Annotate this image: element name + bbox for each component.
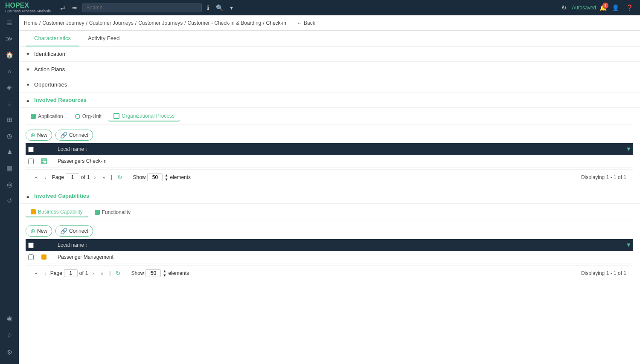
nav-question-icon[interactable]: ❓: [624, 3, 635, 12]
autosaved-button[interactable]: Autosaved: [572, 5, 596, 11]
section-involved-resources-label: Involved Resources: [34, 97, 87, 103]
notification-badge: 8: [602, 3, 608, 9]
capability-row-name[interactable]: Passenger Management: [53, 251, 633, 263]
breadcrumb-customer-journey[interactable]: Customer Journey: [42, 20, 84, 26]
section-identification-header[interactable]: ▼ Identification: [19, 46, 640, 62]
section-opportunities-header[interactable]: ▼ Opportunities: [19, 77, 640, 92]
resource-tab-application[interactable]: Application: [26, 111, 68, 121]
tab-characteristics[interactable]: Characteristics: [26, 31, 79, 46]
chevron-down-icon-3: ▼: [26, 82, 32, 87]
logo-area: HOPEX Business Process Analysis: [5, 2, 51, 14]
refresh-button[interactable]: ↻: [116, 174, 124, 181]
sidebar-item-chart[interactable]: ⊞: [1, 112, 18, 127]
resource-tab-application-label: Application: [38, 113, 63, 119]
nav-search-icon[interactable]: 🔍: [214, 3, 225, 12]
cap-next-page-button[interactable]: ›: [90, 270, 97, 277]
resource-row-checkbox[interactable]: [28, 159, 34, 164]
nav-sync-icon[interactable]: ↻: [560, 3, 568, 12]
sidebar-item-eye[interactable]: ◉: [1, 311, 18, 326]
global-search-input[interactable]: [82, 3, 202, 12]
nav-help-icon[interactable]: ℹ: [205, 3, 211, 12]
nav-forward-icon[interactable]: ⇒: [70, 3, 79, 12]
user-profile-icon[interactable]: 👤: [610, 3, 621, 12]
cap-show-input[interactable]: [145, 269, 161, 277]
sidebar-item-settings[interactable]: ⚙: [1, 345, 18, 360]
show-label: Show: [133, 174, 145, 180]
cap-prev-page-button[interactable]: ‹: [42, 270, 49, 277]
sidebar-item-diagram[interactable]: ◈: [1, 80, 18, 95]
show-input[interactable]: [147, 173, 163, 181]
involved-capabilities-table-wrapper: ▼ Local name: [26, 239, 633, 263]
cap-refresh-button[interactable]: ↻: [114, 270, 122, 277]
resource-tab-orgunit[interactable]: Org-Unit: [70, 111, 107, 121]
breadcrumb-home[interactable]: Home: [24, 20, 38, 26]
resource-row-icon-cell: [36, 155, 53, 168]
resource-col-localname[interactable]: Local name ↕: [53, 143, 633, 155]
elements-label: elements: [170, 174, 191, 180]
sidebar-item-star[interactable]: ◎: [1, 177, 18, 192]
capability-connect-button[interactable]: 🔗 Connect: [55, 225, 93, 237]
breadcrumb-divider: [290, 20, 290, 26]
capability-row-icon-cell: [36, 251, 53, 263]
cap-page-input[interactable]: [64, 269, 78, 277]
sidebar-item-clock[interactable]: ◷: [1, 128, 18, 144]
capability-row-checkbox[interactable]: [28, 254, 34, 260]
capability-tab-buscap-label: Business Capability: [38, 209, 83, 215]
resource-row-name[interactable]: Passengers Check-In: [53, 155, 633, 168]
capability-tab-func-label: Functionality: [102, 209, 131, 215]
breadcrumb-customer-journeys-1[interactable]: Customer Journeys: [89, 20, 134, 26]
capability-select-all-checkbox[interactable]: [28, 243, 34, 248]
resource-connect-label: Connect: [69, 132, 88, 138]
capability-pagination: « ‹ Page of 1 › » | ↻ Show ▲▼ elements: [26, 265, 633, 281]
cap-last-page-button[interactable]: »: [98, 270, 106, 277]
breadcrumb-customer-checkin[interactable]: Customer - Check-in & Boarding: [188, 20, 262, 26]
back-arrow-icon: ←: [297, 20, 302, 26]
capability-filter-button[interactable]: ▼: [626, 242, 631, 248]
page-input[interactable]: [66, 173, 79, 181]
sidebar-item-list[interactable]: ≡: [1, 96, 18, 111]
nav-transfer-icon[interactable]: ⇄: [58, 3, 67, 12]
row-orgprocess-icon: [41, 158, 47, 165]
capability-row-checkbox-cell: [26, 251, 36, 263]
section-involved-resources-header[interactable]: ▲ Involved Resources: [19, 92, 640, 108]
resource-connect-button[interactable]: 🔗 Connect: [55, 130, 93, 141]
sidebar-item-search[interactable]: ○: [1, 64, 18, 79]
capability-tab-buscap[interactable]: Business Capability: [26, 207, 88, 217]
back-button[interactable]: ← Back: [297, 20, 315, 26]
sidebar-item-expand[interactable]: ≫: [1, 31, 18, 46]
capability-new-button[interactable]: ⊕ New: [26, 225, 52, 237]
breadcrumb-customer-journeys-2[interactable]: Customer Journeys: [138, 20, 183, 26]
sidebar-toggle[interactable]: ☰: [4, 17, 15, 29]
capability-col-localname[interactable]: Local name ↕: [53, 239, 633, 251]
prev-page-button[interactable]: ‹: [42, 174, 49, 181]
main-content: Characteristics Activity Feed ▼ Identifi…: [19, 31, 640, 364]
section-action-plans-header[interactable]: ▼ Action Plans: [19, 62, 640, 77]
sidebar-item-home[interactable]: 🏠: [1, 47, 18, 63]
next-page-button[interactable]: ›: [92, 174, 99, 181]
section-involved-capabilities-header[interactable]: ▲ Involved Capabilities: [19, 188, 640, 204]
resource-tab-orgprocess[interactable]: Organizational Process: [108, 111, 180, 121]
first-page-button[interactable]: «: [32, 174, 40, 181]
cap-first-page-button[interactable]: «: [32, 270, 40, 277]
of-label: of: [81, 174, 85, 180]
show-stepper[interactable]: ▲▼: [164, 173, 168, 182]
tab-activity-feed[interactable]: Activity Feed: [79, 31, 128, 46]
nav-right: ↻ Autosaved 🔔 8 👤 ❓: [560, 3, 635, 12]
resource-filter-button[interactable]: ▼: [626, 146, 631, 152]
sidebar-item-doc[interactable]: ▦: [1, 161, 18, 176]
nav-dropdown-icon[interactable]: ▾: [228, 3, 235, 12]
sidebar-item-person[interactable]: ♟: [1, 144, 18, 160]
resource-table-header: Local name ↕: [26, 143, 633, 155]
section-identification: ▼ Identification: [19, 46, 640, 62]
resource-new-button[interactable]: ⊕ New: [26, 130, 52, 141]
content-area: ▼ Identification ▼ Action Plans ▼ Opport…: [19, 46, 640, 284]
section-involved-capabilities: ▲ Involved Capabilities Business Capabil…: [19, 188, 640, 284]
capability-tab-func[interactable]: Functionality: [90, 207, 136, 217]
sidebar-item-refresh[interactable]: ↺: [1, 193, 18, 208]
cap-show-stepper[interactable]: ▲▼: [163, 269, 166, 277]
sidebar-item-star-bottom[interactable]: ☆: [1, 328, 18, 343]
svg-rect-3: [42, 162, 44, 163]
last-page-button[interactable]: »: [100, 174, 108, 181]
notification-button[interactable]: 🔔 8: [599, 4, 607, 11]
resource-select-all-checkbox[interactable]: [28, 147, 34, 152]
